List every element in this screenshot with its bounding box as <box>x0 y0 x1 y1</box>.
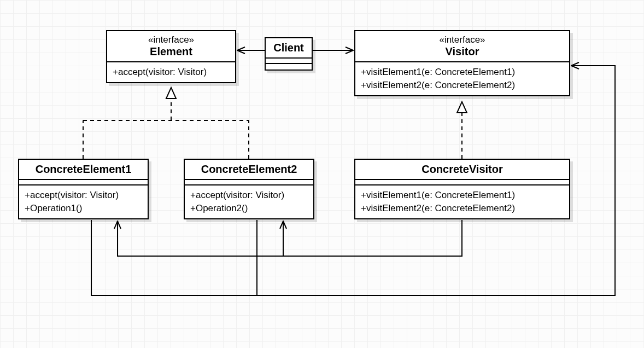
assoc-ce2-visitor <box>257 220 615 295</box>
class-operations <box>266 64 312 69</box>
class-attributes <box>266 59 312 64</box>
operation: +Operation2() <box>190 202 308 215</box>
class-name: ConcreteVisitor <box>361 163 564 176</box>
class-visitor: «interface» Visitor +visitElement1(e: Co… <box>354 30 570 96</box>
class-header: Client <box>266 38 312 59</box>
operation: +accept(visitor: Visitor) <box>190 189 308 202</box>
operation: +visitElement2(e: ConcreteElement2) <box>361 79 564 92</box>
class-operations: +accept(visitor: Visitor) +Operation1() <box>19 185 148 218</box>
assoc-cv-ce1 <box>118 220 462 256</box>
class-header: «interface» Element <box>107 31 235 62</box>
operation: +accept(visitor: Visitor) <box>113 66 230 79</box>
class-name: Element <box>113 45 230 58</box>
operation: +Operation1() <box>25 202 142 215</box>
class-name: ConcreteElement1 <box>25 163 142 176</box>
class-concrete-visitor: ConcreteVisitor +visitElement1(e: Concre… <box>354 159 570 219</box>
class-operations: +accept(visitor: Visitor) +Operation2() <box>185 185 313 218</box>
class-element: «interface» Element +accept(visitor: Vis… <box>106 30 236 83</box>
class-header: ConcreteElement1 <box>19 160 148 180</box>
class-attributes <box>19 180 148 185</box>
class-concrete-element2: ConcreteElement2 +accept(visitor: Visito… <box>184 159 314 219</box>
class-header: «interface» Visitor <box>355 31 569 62</box>
class-client: Client <box>265 37 313 71</box>
class-name: ConcreteElement2 <box>190 163 308 176</box>
class-concrete-element1: ConcreteElement1 +accept(visitor: Visito… <box>18 159 149 219</box>
class-attributes <box>355 180 569 185</box>
operation: +visitElement1(e: ConcreteElement1) <box>361 66 564 79</box>
class-name: Client <box>271 42 306 54</box>
class-operations: +accept(visitor: Visitor) <box>107 62 235 82</box>
class-attributes <box>185 180 313 185</box>
stereotype-label: «interface» <box>113 34 230 45</box>
stereotype-label: «interface» <box>361 34 564 45</box>
class-header: ConcreteElement2 <box>185 160 313 180</box>
class-header: ConcreteVisitor <box>355 160 569 180</box>
operation: +accept(visitor: Visitor) <box>25 189 142 202</box>
class-operations: +visitElement1(e: ConcreteElement1) +vis… <box>355 185 569 218</box>
operation: +visitElement1(e: ConcreteElement1) <box>361 189 564 202</box>
operation: +visitElement2(e: ConcreteElement2) <box>361 202 564 215</box>
assoc-cv-ce2 <box>283 221 462 256</box>
class-name: Visitor <box>361 45 564 58</box>
class-operations: +visitElement1(e: ConcreteElement1) +vis… <box>355 62 569 95</box>
